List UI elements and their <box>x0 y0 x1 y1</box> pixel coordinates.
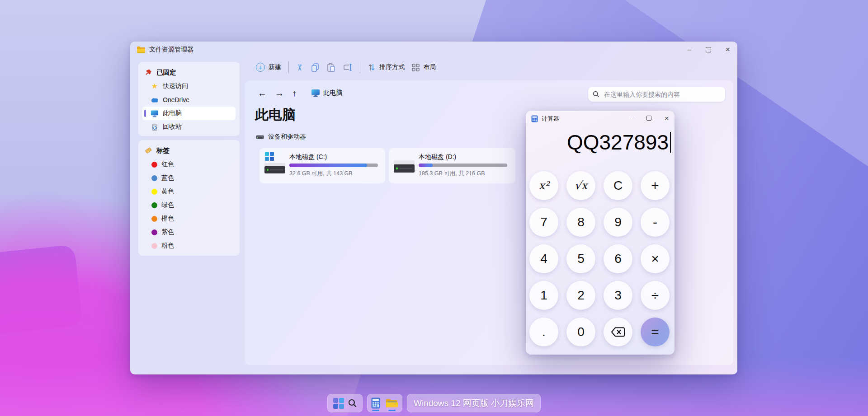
onedrive-cloud-icon <box>151 97 159 103</box>
key-1[interactable]: 1 <box>529 281 558 310</box>
calculator-titlebar[interactable]: 计算器 <box>531 115 559 123</box>
cut-icon[interactable]: ✂ <box>294 64 305 71</box>
key-clear[interactable]: C <box>604 171 632 200</box>
tag-color-dot <box>151 229 157 235</box>
maximize-button[interactable] <box>646 116 651 121</box>
drive-c-icon <box>264 154 287 177</box>
tag-color-dot <box>151 175 157 181</box>
search-input[interactable] <box>603 90 721 98</box>
sidebar-tags-header: 标签 <box>142 143 236 158</box>
sidebar-item-tag-green[interactable]: 绿色 <box>142 198 236 212</box>
taskbar-start-group <box>327 394 363 412</box>
layout-grid-icon <box>412 64 420 71</box>
search-box[interactable] <box>588 87 725 102</box>
key-backspace[interactable] <box>604 318 632 346</box>
drive-info: 32.6 GB 可用, 共 143 GB <box>289 170 353 178</box>
paste-icon[interactable] <box>327 63 335 72</box>
new-button[interactable]: + 新建 <box>256 63 281 72</box>
drive-name: 本地磁盘 (C:) <box>289 153 327 161</box>
key-6[interactable]: 6 <box>604 244 632 273</box>
taskbar: Windows 12 网页版 小刀娱乐网 <box>327 394 541 412</box>
minimize-button[interactable]: – <box>687 46 691 53</box>
start-button[interactable] <box>333 398 344 409</box>
drive-card-c[interactable]: 本地磁盘 (C:) 32.6 GB 可用, 共 143 GB <box>259 148 385 183</box>
pushpin-icon <box>144 69 152 76</box>
key-5[interactable]: 5 <box>566 244 595 273</box>
back-button[interactable]: ← <box>258 89 267 98</box>
taskbar-caption-pill[interactable]: Windows 12 网页版 小刀娱乐网 <box>407 394 541 412</box>
drive-usage-fill <box>289 164 367 167</box>
drive-usage-bar <box>419 164 507 167</box>
taskbar-explorer-button[interactable] <box>386 394 398 412</box>
key-equals[interactable]: = <box>641 318 670 346</box>
search-icon <box>593 91 599 98</box>
close-button[interactable]: × <box>665 115 669 122</box>
tag-icon <box>144 146 152 154</box>
key-0[interactable]: 0 <box>566 318 595 346</box>
key-9[interactable]: 9 <box>604 208 632 237</box>
key-2[interactable]: 2 <box>566 281 595 310</box>
breadcrumb[interactable]: 此电脑 <box>311 89 342 97</box>
sidebar-pinned-header: 已固定 <box>142 65 236 79</box>
explorer-titlebar[interactable]: 文件资源管理器 – × <box>130 42 737 58</box>
explorer-toolbar: + 新建 ✂ 排序方式 <box>256 60 436 75</box>
section-header-devices[interactable]: 设备和驱动器 <box>256 133 306 141</box>
sidebar-item-tag-blue[interactable]: 蓝色 <box>142 171 236 185</box>
taskbar-caption-text: Windows 12 网页版 小刀娱乐网 <box>414 397 534 409</box>
forward-button[interactable]: → <box>275 89 284 98</box>
sidebar-tags-group: 标签 红色 蓝色 黄色 绿色 橙色 紫色 粉色 <box>138 140 240 256</box>
maximize-button[interactable] <box>706 47 711 52</box>
window-title: 计算器 <box>542 115 559 123</box>
key-decimal[interactable]: . <box>529 318 558 346</box>
taskbar-calculator-button[interactable] <box>371 394 380 412</box>
drive-d-icon <box>393 154 416 177</box>
close-button[interactable]: × <box>726 46 730 53</box>
backspace-icon <box>611 327 625 337</box>
sidebar-item-tag-orange[interactable]: 橙色 <box>142 212 236 225</box>
key-subtract[interactable]: - <box>641 208 670 237</box>
maximize-icon <box>706 47 711 52</box>
key-7[interactable]: 7 <box>529 208 558 237</box>
tag-color-dot <box>151 243 157 249</box>
star-icon: ★ <box>151 83 159 90</box>
monitor-icon <box>151 110 159 117</box>
sidebar-item-tag-purple[interactable]: 紫色 <box>142 225 236 239</box>
navigation-bar: ← → ↑ 此电脑 <box>258 89 342 98</box>
sidebar-item-tag-yellow[interactable]: 黄色 <box>142 185 236 198</box>
window-title: 文件资源管理器 <box>149 46 193 54</box>
key-square[interactable]: x² <box>529 171 558 200</box>
taskbar-apps-group <box>367 394 402 412</box>
sidebar-item-tag-red[interactable]: 红色 <box>142 158 236 171</box>
display-value: QQ327893 <box>567 130 669 154</box>
calculator-window: 计算器 – × QQ327893 x² √x C + 7 8 9 - 4 5 6… <box>526 111 675 355</box>
key-3[interactable]: 3 <box>604 281 632 310</box>
sidebar-item-onedrive[interactable]: OneDrive <box>142 93 236 107</box>
key-multiply[interactable]: × <box>641 244 670 273</box>
drive-card-d[interactable]: 本地磁盘 (D:) 185.3 GB 可用, 共 216 GB <box>389 148 515 183</box>
calculator-icon <box>371 397 380 409</box>
drive-icon <box>256 135 264 139</box>
key-8[interactable]: 8 <box>566 208 595 237</box>
rename-icon[interactable] <box>343 63 353 71</box>
tag-color-dot <box>151 202 157 208</box>
key-4[interactable]: 4 <box>529 244 558 273</box>
search-button[interactable] <box>348 399 357 407</box>
key-add[interactable]: + <box>641 171 670 200</box>
copy-icon[interactable] <box>311 63 320 72</box>
tag-color-dot <box>151 216 157 222</box>
key-divide[interactable]: ÷ <box>641 281 670 310</box>
active-app-indicator <box>372 410 379 411</box>
up-button[interactable]: ↑ <box>292 89 297 98</box>
sort-button[interactable]: 排序方式 <box>368 63 405 72</box>
sidebar-item-tag-pink[interactable]: 粉色 <box>142 239 236 252</box>
sidebar-item-quick-access[interactable]: ★ 快速访问 <box>142 79 236 93</box>
layout-button[interactable]: 布局 <box>412 63 436 71</box>
minimize-button[interactable]: – <box>630 115 633 122</box>
sidebar-item-this-pc[interactable]: 此电脑 <box>142 107 236 120</box>
hard-drive-icon <box>264 163 286 174</box>
calculator-display[interactable]: QQ327893 <box>529 128 671 157</box>
plus-circle-icon: + <box>256 63 265 72</box>
sidebar-item-recycle-bin[interactable]: 回收站 <box>142 120 236 134</box>
key-sqrt[interactable]: √x <box>566 171 595 200</box>
drive-info: 185.3 GB 可用, 共 216 GB <box>419 170 485 178</box>
